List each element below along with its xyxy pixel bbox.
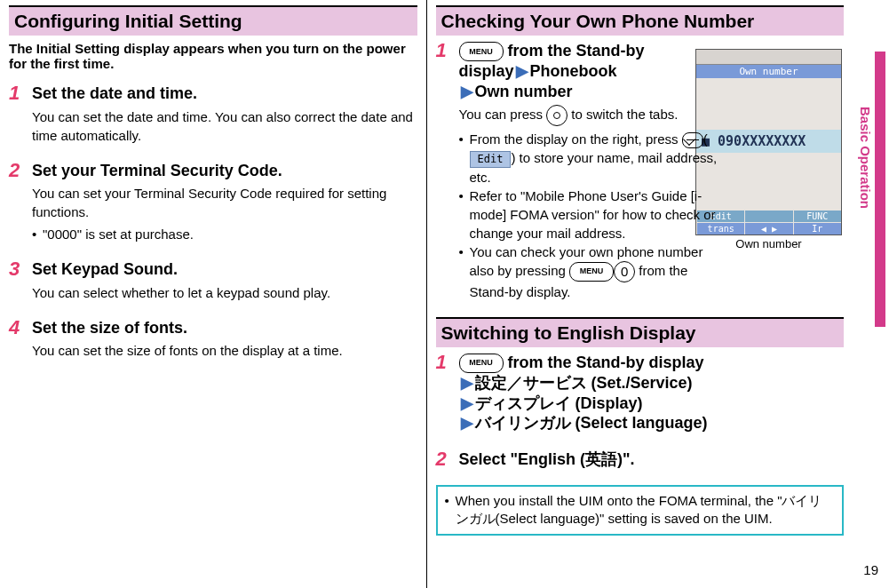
step-title: Select "English (英語)". bbox=[459, 449, 845, 470]
tip-box: When you install the UIM onto the FOMA t… bbox=[436, 485, 845, 536]
step-2: 2 Set your Terminal Security Code. You c… bbox=[9, 161, 417, 244]
switch-step-1: 1 MENU from the Stand-by display ▶設定／サービ… bbox=[436, 353, 845, 433]
step-number: 3 bbox=[9, 258, 20, 281]
step-number: 1 bbox=[9, 82, 20, 105]
arrow-icon: ▶ bbox=[516, 62, 528, 80]
step-4: 4 Set the size of fonts. You can set the… bbox=[9, 318, 417, 361]
step-number: 1 bbox=[436, 351, 447, 374]
step-3: 3 Set Keypad Sound. You can select wheth… bbox=[9, 259, 417, 302]
heading-english-display: Switching to English Display bbox=[436, 317, 845, 347]
page-number: 19 bbox=[863, 562, 878, 577]
step-bullet: Refer to "Mobile Phone User's Guide [i-m… bbox=[459, 187, 726, 242]
menu-key-icon: MENU bbox=[459, 42, 504, 61]
step-title: Set Keypad Sound. bbox=[32, 259, 417, 280]
right-column: Checking Your Own Phone Number Own numbe… bbox=[427, 0, 853, 588]
nav-key-icon bbox=[546, 105, 568, 126]
step-number: 2 bbox=[436, 448, 447, 471]
step-number: 2 bbox=[9, 159, 20, 182]
step-title: MENU from the Stand-by display ▶設定／サービス … bbox=[459, 353, 845, 433]
arrow-icon: ▶ bbox=[461, 374, 473, 392]
zero-key-icon: 0 bbox=[614, 261, 635, 282]
page-margin: Basic Operation 19 bbox=[853, 0, 889, 588]
edit-softkey-icon: Edit bbox=[470, 151, 512, 168]
step-title: MENU from the Stand-by display▶Phonebook… bbox=[459, 41, 734, 101]
step-body: You can press to switch the tabs. bbox=[459, 105, 726, 126]
step-1: 1 Set the date and time. You can set the… bbox=[9, 83, 417, 145]
step-bullet: "0000" is set at purchase. bbox=[32, 225, 417, 243]
mail-key-icon bbox=[682, 132, 703, 148]
left-column: Configuring Initial Setting The Initial … bbox=[0, 0, 426, 588]
step-bullet: You can check your own phone number also… bbox=[459, 242, 726, 301]
step-number: 4 bbox=[9, 316, 20, 339]
switch-step-2: 2 Select "English (英語)". bbox=[436, 449, 845, 470]
heading-initial-setting: Configuring Initial Setting bbox=[9, 5, 417, 36]
step-bullet: From the display on the right, press (Ed… bbox=[459, 130, 726, 186]
section-label: Basic Operation bbox=[858, 107, 873, 209]
step-body: You can select whether to let a keypad s… bbox=[32, 283, 417, 302]
step-title: Set the date and time. bbox=[32, 83, 417, 104]
own-number-step-1: 1 MENU from the Stand-by display▶Phonebo… bbox=[436, 41, 845, 301]
step-title: Set your Terminal Security Code. bbox=[32, 161, 417, 181]
step-number: 1 bbox=[436, 39, 447, 62]
step-title: Set the size of fonts. bbox=[32, 318, 417, 338]
arrow-icon: ▶ bbox=[461, 83, 473, 100]
arrow-icon: ▶ bbox=[461, 414, 473, 432]
step-body: You can set the size of fonts on the dis… bbox=[32, 341, 417, 360]
menu-key-icon: MENU bbox=[459, 354, 504, 373]
tip-text: When you install the UIM onto the FOMA t… bbox=[445, 492, 836, 528]
menu-key-icon: MENU bbox=[569, 262, 614, 282]
section-tab bbox=[875, 52, 885, 327]
intro-text: The Initial Setting display appears when… bbox=[9, 41, 417, 71]
step-body: You can set your Terminal Security Code … bbox=[32, 184, 417, 221]
arrow-icon: ▶ bbox=[461, 394, 473, 412]
heading-own-number: Checking Your Own Phone Number bbox=[436, 5, 845, 36]
step-body: You can set the date and time. You can a… bbox=[32, 107, 417, 145]
